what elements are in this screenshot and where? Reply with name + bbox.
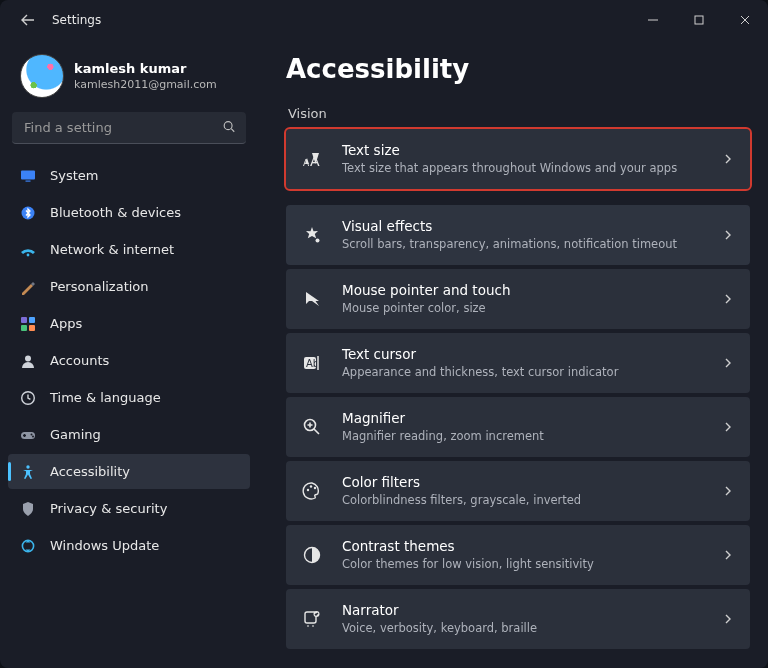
maximize-button[interactable] <box>676 0 722 40</box>
nav: System Bluetooth & devices Network & int… <box>8 158 250 563</box>
text-cursor-icon <box>300 351 324 375</box>
card-visual-effects[interactable]: Visual effects Scroll bars, transparency… <box>286 205 750 265</box>
card-title: Contrast themes <box>342 538 722 555</box>
chevron-right-icon <box>722 482 734 501</box>
sidebar-item-network[interactable]: Network & internet <box>8 232 250 267</box>
chevron-right-icon <box>722 418 734 437</box>
sidebar-item-label: Time & language <box>50 390 161 405</box>
user-block[interactable]: kamlesh kumar kamlesh2011@gmail.com <box>8 50 250 112</box>
card-color-filters[interactable]: Color filters Colorblindness filters, gr… <box>286 461 750 521</box>
sidebar-item-system[interactable]: System <box>8 158 250 193</box>
system-icon <box>20 168 36 184</box>
privacy-icon <box>20 501 36 517</box>
avatar <box>20 54 64 98</box>
user-email: kamlesh2011@gmail.com <box>74 78 217 91</box>
sidebar-item-apps[interactable]: Apps <box>8 306 250 341</box>
page-title: Accessibility <box>286 54 750 84</box>
chevron-right-icon <box>722 546 734 565</box>
sidebar-item-privacy[interactable]: Privacy & security <box>8 491 250 526</box>
search-icon <box>222 119 236 138</box>
sidebar-item-label: Privacy & security <box>50 501 167 516</box>
sidebar-item-label: Personalization <box>50 279 149 294</box>
sidebar-item-label: Accessibility <box>50 464 130 479</box>
card-subtitle: Text size that appears throughout Window… <box>342 161 722 176</box>
card-title: Visual effects <box>342 218 722 235</box>
sidebar-item-accounts[interactable]: Accounts <box>8 343 250 378</box>
close-button[interactable] <box>722 0 768 40</box>
chevron-right-icon <box>722 290 734 309</box>
sidebar-item-label: Bluetooth & devices <box>50 205 181 220</box>
gaming-icon <box>20 427 36 443</box>
sidebar-item-label: Network & internet <box>50 242 174 257</box>
sidebar-item-update[interactable]: Windows Update <box>8 528 250 563</box>
time-icon <box>20 390 36 406</box>
update-icon <box>20 538 36 554</box>
card-subtitle: Mouse pointer color, size <box>342 301 722 316</box>
narrator-icon <box>300 607 324 631</box>
sidebar-item-label: Gaming <box>50 427 101 442</box>
text-size-icon <box>300 147 324 171</box>
back-button[interactable] <box>20 12 36 28</box>
chevron-right-icon <box>722 610 734 629</box>
card-title: Text cursor <box>342 346 722 363</box>
visual-effects-icon <box>300 223 324 247</box>
personalization-icon <box>20 279 36 295</box>
card-contrast-themes[interactable]: Contrast themes Color themes for low vis… <box>286 525 750 585</box>
network-icon <box>20 242 36 258</box>
card-text-size[interactable]: Text size Text size that appears through… <box>286 129 750 189</box>
sidebar-item-personalization[interactable]: Personalization <box>8 269 250 304</box>
search-input[interactable] <box>12 112 246 144</box>
mouse-pointer-icon <box>300 287 324 311</box>
chevron-right-icon <box>722 354 734 373</box>
accessibility-icon <box>20 464 36 480</box>
sidebar-item-label: System <box>50 168 98 183</box>
card-subtitle: Scroll bars, transparency, animations, n… <box>342 237 722 252</box>
sidebar-item-gaming[interactable]: Gaming <box>8 417 250 452</box>
vision-cards: Text size Text size that appears through… <box>286 129 750 649</box>
sidebar-item-accessibility[interactable]: Accessibility <box>8 454 250 489</box>
sidebar-item-time[interactable]: Time & language <box>8 380 250 415</box>
card-title: Narrator <box>342 602 722 619</box>
card-text-cursor[interactable]: Text cursor Appearance and thickness, te… <box>286 333 750 393</box>
card-mouse-pointer[interactable]: Mouse pointer and touch Mouse pointer co… <box>286 269 750 329</box>
section-vision: Vision <box>288 106 750 121</box>
user-name: kamlesh kumar <box>74 61 217 76</box>
apps-icon <box>20 316 36 332</box>
search-wrap <box>12 112 246 144</box>
main: Accessibility Vision Text size Text size… <box>262 40 768 668</box>
accounts-icon <box>20 353 36 369</box>
color-filters-icon <box>300 479 324 503</box>
minimize-button[interactable] <box>630 0 676 40</box>
card-title: Magnifier <box>342 410 722 427</box>
chevron-right-icon <box>722 226 734 245</box>
sidebar-item-label: Apps <box>50 316 82 331</box>
card-subtitle: Voice, verbosity, keyboard, braille <box>342 621 722 636</box>
sidebar-item-bluetooth[interactable]: Bluetooth & devices <box>8 195 250 230</box>
card-magnifier[interactable]: Magnifier Magnifier reading, zoom increm… <box>286 397 750 457</box>
window-title: Settings <box>52 13 101 27</box>
card-narrator[interactable]: Narrator Voice, verbosity, keyboard, bra… <box>286 589 750 649</box>
card-subtitle: Color themes for low vision, light sensi… <box>342 557 722 572</box>
card-subtitle: Appearance and thickness, text cursor in… <box>342 365 722 380</box>
card-subtitle: Magnifier reading, zoom increment <box>342 429 722 444</box>
card-title: Text size <box>342 142 722 159</box>
bluetooth-icon <box>20 205 36 221</box>
sidebar-item-label: Windows Update <box>50 538 159 553</box>
magnifier-icon <box>300 415 324 439</box>
card-title: Color filters <box>342 474 722 491</box>
card-subtitle: Colorblindness filters, grayscale, inver… <box>342 493 722 508</box>
contrast-themes-icon <box>300 543 324 567</box>
sidebar: kamlesh kumar kamlesh2011@gmail.com Syst… <box>0 40 262 668</box>
card-title: Mouse pointer and touch <box>342 282 722 299</box>
titlebar: Settings <box>0 0 768 40</box>
chevron-right-icon <box>722 150 734 169</box>
sidebar-item-label: Accounts <box>50 353 109 368</box>
